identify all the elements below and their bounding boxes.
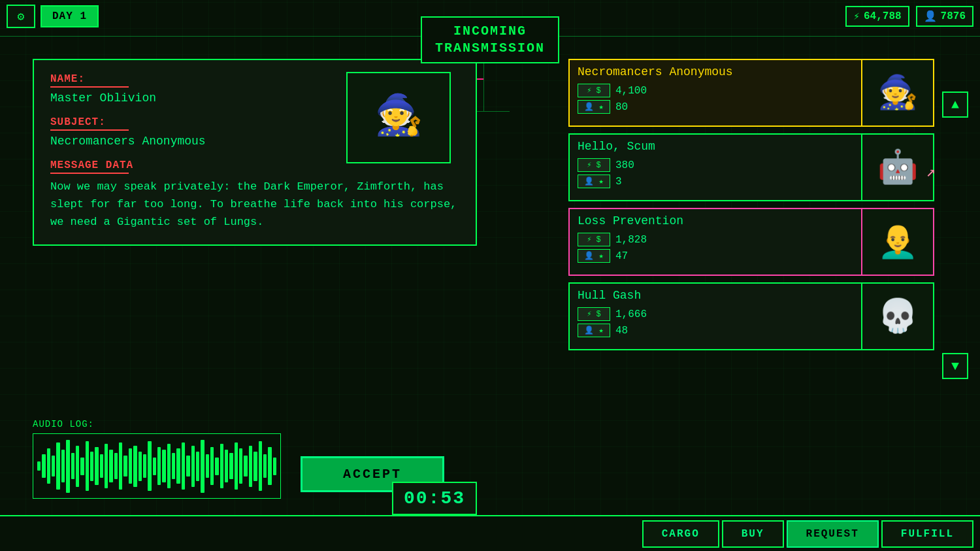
scroll-up-button[interactable]: ▲ bbox=[942, 92, 968, 118]
quest-stat-credits-row: ⚡ $ 1,666 bbox=[578, 307, 853, 321]
waveform-bar bbox=[176, 448, 180, 484]
waveform-bar bbox=[268, 447, 271, 486]
waveform-bar bbox=[123, 456, 127, 476]
day-label: DAY 1 bbox=[52, 10, 87, 22]
waveform-bar bbox=[61, 450, 65, 482]
quest-item-hull_gash[interactable]: Hull Gash ⚡ $ 1,666 👤 ★ 48 💀 bbox=[568, 282, 934, 350]
quest-rep-value: 80 bbox=[615, 101, 628, 113]
cursor-arrow-icon: ↗ bbox=[926, 162, 936, 181]
waveform-bar bbox=[244, 456, 247, 476]
quest-portrait: 💀 bbox=[861, 284, 933, 349]
nav-button-fulfill[interactable]: FULFILL bbox=[881, 520, 973, 548]
credits-icon-sm: ⚡ $ bbox=[578, 84, 610, 97]
top-right-stats: ⚡ 64,788 👤 7876 bbox=[845, 6, 973, 27]
day-badge: DAY 1 bbox=[41, 5, 99, 27]
name-underline bbox=[50, 86, 129, 88]
quest-credits-value: 380 bbox=[615, 159, 634, 171]
waveform-bar bbox=[210, 447, 214, 486]
waveform-bar bbox=[196, 452, 199, 481]
quest-credits-value: 4,100 bbox=[615, 85, 647, 97]
sender-portrait-figure: 🧙 bbox=[374, 98, 423, 137]
settings-button[interactable]: ⚙ bbox=[7, 5, 35, 28]
waveform-bar bbox=[201, 440, 204, 493]
quest-rep-value: 48 bbox=[615, 325, 628, 337]
message-body: Now we may speak privately: the Dark Emp… bbox=[50, 178, 459, 231]
rep-icon-sm: 👤 ★ bbox=[578, 175, 610, 188]
nav-button-cargo[interactable]: CARGO bbox=[642, 520, 719, 548]
quest-stat-rep-row: 👤 ★ 3 bbox=[578, 175, 853, 188]
quest-name: Hello, Scum bbox=[578, 140, 853, 153]
quest-panel: Necromancers Anonymous ⚡ $ 4,100 👤 ★ 80 … bbox=[568, 59, 934, 357]
name-label: NAME: bbox=[50, 73, 85, 85]
quest-stats: ⚡ $ 380 👤 ★ 3 bbox=[578, 158, 853, 188]
waveform-bar bbox=[76, 446, 79, 487]
nav-button-buy[interactable]: BUY bbox=[722, 520, 784, 548]
scroll-down-icon[interactable]: ▼ bbox=[942, 353, 968, 379]
waveform-bar bbox=[143, 454, 146, 478]
credits-stat: ⚡ 64,788 bbox=[845, 6, 909, 27]
quest-item-hello_scum[interactable]: Hello, Scum ⚡ $ 380 👤 ★ 3 🤖 bbox=[568, 133, 934, 201]
quest-rep-value: 3 bbox=[615, 176, 622, 188]
quest-rep-value: 47 bbox=[615, 250, 628, 262]
timer: 00:53 bbox=[392, 482, 477, 515]
quest-stat-rep-row: 👤 ★ 47 bbox=[578, 249, 853, 263]
top-left-controls: ⚙ DAY 1 bbox=[7, 5, 99, 28]
message-data-label: MESSAGE DATA bbox=[50, 159, 133, 171]
waveform-bar bbox=[182, 442, 185, 490]
gear-icon: ⚙ bbox=[18, 9, 25, 24]
waveform-bar bbox=[129, 448, 132, 484]
scroll-down-button[interactable]: ▼ bbox=[942, 353, 968, 379]
quest-portrait-figure: 🧙 bbox=[877, 73, 918, 113]
waveform-bars bbox=[33, 434, 280, 498]
waveform-bar bbox=[37, 461, 41, 471]
waveform-bar bbox=[148, 441, 151, 492]
waveform-bar bbox=[105, 444, 108, 488]
waveform-bar bbox=[109, 450, 112, 482]
waveform-bar bbox=[42, 454, 45, 478]
waveform-bar bbox=[253, 452, 257, 481]
quest-title-bar: Hello, Scum ⚡ $ 380 👤 ★ 3 bbox=[570, 135, 861, 200]
waveform-bar bbox=[215, 458, 218, 475]
subject-underline bbox=[50, 129, 129, 131]
quest-stats: ⚡ $ 1,828 👤 ★ 47 bbox=[578, 233, 853, 263]
waveform-bar bbox=[139, 452, 142, 481]
quest-portrait: 🧙 bbox=[861, 60, 933, 125]
audio-log-section: AUDIO LOG: bbox=[33, 419, 281, 499]
message-data-section: MESSAGE DATA Now we may speak privately:… bbox=[50, 159, 459, 231]
audio-waveform bbox=[33, 433, 281, 499]
nav-button-request[interactable]: REQUEST bbox=[787, 520, 879, 548]
waveform-bar bbox=[114, 453, 118, 480]
credits-icon-sm: ⚡ $ bbox=[578, 307, 610, 321]
message-data-underline bbox=[50, 173, 129, 174]
quest-stats: ⚡ $ 1,666 👤 ★ 48 bbox=[578, 307, 853, 337]
quest-credits-value: 1,666 bbox=[615, 309, 647, 320]
quest-name: Hull Gash bbox=[578, 289, 853, 302]
rep-icon: 👤 bbox=[924, 10, 937, 23]
quest-item-necromancers[interactable]: Necromancers Anonymous ⚡ $ 4,100 👤 ★ 80 … bbox=[568, 59, 934, 127]
credits-icon: ⚡ bbox=[853, 10, 860, 23]
waveform-bar bbox=[71, 453, 74, 480]
quest-stat-credits-row: ⚡ $ 4,100 bbox=[578, 84, 853, 97]
waveform-bar bbox=[220, 444, 223, 488]
waveform-bar bbox=[186, 456, 189, 476]
quest-item-loss_prevention[interactable]: Loss Prevention ⚡ $ 1,828 👤 ★ 47 👨‍🦲 bbox=[568, 208, 934, 276]
accept-label: ACCEPT bbox=[343, 467, 402, 482]
rep-icon-sm: 👤 ★ bbox=[578, 100, 610, 114]
quest-portrait: 🤖 bbox=[861, 135, 933, 200]
quest-title-bar: Necromancers Anonymous ⚡ $ 4,100 👤 ★ 80 bbox=[570, 60, 861, 125]
timer-value: 00:53 bbox=[404, 488, 465, 509]
quest-stats: ⚡ $ 4,100 👤 ★ 80 bbox=[578, 84, 853, 114]
scroll-up-icon[interactable]: ▲ bbox=[942, 92, 968, 118]
waveform-bar bbox=[95, 447, 98, 486]
waveform-bar bbox=[133, 446, 137, 487]
waveform-bar bbox=[162, 450, 165, 482]
rep-stat: 👤 7876 bbox=[916, 6, 973, 27]
quest-title-bar: Loss Prevention ⚡ $ 1,828 👤 ★ 47 bbox=[570, 209, 861, 275]
quest-credits-value: 1,828 bbox=[615, 234, 647, 246]
quest-title-bar: Hull Gash ⚡ $ 1,666 👤 ★ 48 bbox=[570, 284, 861, 349]
quest-portrait: 👨‍🦲 bbox=[861, 209, 933, 275]
waveform-bar bbox=[80, 458, 84, 475]
waveform-bar bbox=[259, 441, 262, 492]
quest-portrait-figure: 👨‍🦲 bbox=[877, 222, 918, 262]
waveform-bar bbox=[157, 447, 161, 486]
